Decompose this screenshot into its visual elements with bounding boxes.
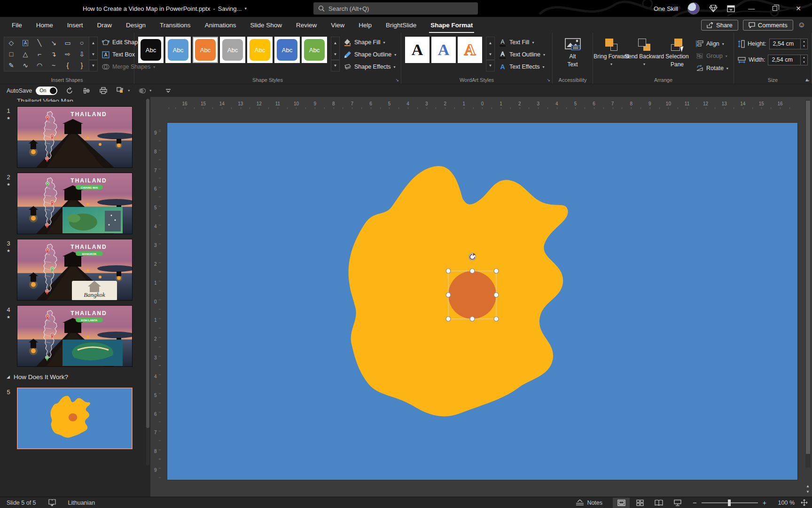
shape-fill-button[interactable]: Shape Fill▾ — [344, 37, 396, 48]
shape-effects-button[interactable]: Shape Effects▾ — [344, 62, 396, 72]
slide-thumbnail-2[interactable]: THAILAND CHIANG MAI — [17, 173, 133, 234]
shape-tool-9[interactable]: ↴ — [47, 48, 61, 60]
tab-view[interactable]: View — [324, 17, 351, 33]
shape-tool-4[interactable]: ▭ — [61, 37, 75, 48]
repeat-icon[interactable] — [65, 86, 74, 95]
ribbon-display-options-icon[interactable] — [727, 5, 735, 12]
shape-tool-17[interactable]: } — [75, 60, 89, 71]
slide-editing-surface[interactable] — [167, 123, 797, 480]
shape-style-tile-3[interactable]: Abc — [220, 37, 245, 63]
animation-star-icon[interactable]: ★ — [7, 248, 10, 253]
tab-insert[interactable]: Insert — [60, 17, 90, 33]
slide-thumbnail-4[interactable]: THAILAND KOH LANTA — [17, 305, 133, 367]
canvas-scrollbar[interactable] — [805, 100, 811, 468]
tab-slide-show[interactable]: Slide Show — [243, 17, 289, 33]
wordart-dialog-launcher[interactable]: ↘ — [547, 78, 550, 82]
theme-colors-dropdown-icon[interactable]: ▾ — [128, 88, 130, 93]
minimize-button[interactable]: — — [744, 1, 758, 16]
slideshow-view-button[interactable] — [669, 498, 686, 508]
rotate-button[interactable]: Rotate▾ — [695, 63, 728, 73]
shape-style-tile-1[interactable]: Abc — [165, 37, 191, 63]
tab-home[interactable]: Home — [29, 17, 60, 33]
section-title-how-does-it-work[interactable]: ◢How Does It Work? — [0, 371, 150, 383]
shape-tool-3[interactable]: ↘ — [47, 37, 61, 48]
animation-star-icon[interactable]: ★ — [7, 182, 10, 187]
height-spin-down-icon[interactable]: ▼ — [801, 44, 807, 49]
collapse-ribbon-icon[interactable]: ▲ — [804, 77, 809, 82]
wordart-scroll-down-icon[interactable]: ▼ — [486, 48, 494, 60]
distribute-icon[interactable] — [82, 86, 91, 95]
shape-style-tile-0[interactable]: Abc — [138, 37, 164, 63]
tab-animations[interactable]: Animations — [198, 17, 243, 33]
styles-scroll-up-icon[interactable]: ▲ — [331, 37, 339, 48]
tab-shape-format[interactable]: Shape Format — [423, 17, 480, 33]
slide-sorter-view-button[interactable] — [632, 498, 648, 508]
share-button[interactable]: Share — [701, 20, 738, 31]
zoom-out-button[interactable]: − — [693, 499, 697, 507]
zoom-level[interactable]: 100 % — [773, 500, 795, 506]
shape-tool-13[interactable]: ∿ — [18, 60, 32, 71]
wordart-gallery-more-icon[interactable]: ▼ — [486, 60, 494, 71]
shape-style-tile-4[interactable]: Abc — [247, 37, 273, 63]
shape-tool-16[interactable]: { — [61, 60, 75, 71]
width-input[interactable]: 2,54 cm ▲ ▼ — [768, 55, 808, 65]
shape-tool-11[interactable]: ⇩ — [75, 48, 89, 60]
autosave-toggle[interactable]: On — [36, 87, 57, 95]
save-status-dropdown-icon[interactable]: ▾ — [244, 6, 247, 11]
merge-shapes-qat-dropdown-icon[interactable]: ▾ — [149, 88, 151, 93]
shapes-gallery-more-icon[interactable]: ▼ — [89, 60, 97, 71]
send-backward-button[interactable]: Send Backward▾ — [630, 36, 659, 75]
shape-style-tile-2[interactable]: Abc — [193, 37, 218, 63]
wordart-style-tile-1[interactable]: A — [431, 37, 456, 63]
shape-tool-2[interactable]: ╲ — [32, 37, 47, 48]
text-outline-button[interactable]: A Text Outline▾ — [499, 49, 545, 60]
group-button[interactable]: Group▾ — [695, 51, 728, 61]
styles-scroll-down-icon[interactable]: ▼ — [331, 48, 339, 60]
next-slide-button[interactable]: ▼ — [806, 490, 810, 494]
theme-colors-icon[interactable] — [116, 86, 125, 95]
shape-tool-5[interactable]: ○ — [75, 37, 89, 48]
customize-qat-icon[interactable] — [164, 86, 173, 95]
zoom-in-button[interactable]: + — [763, 499, 766, 507]
shape-outline-button[interactable]: Shape Outline▾ — [344, 49, 396, 60]
shape-tool-1[interactable]: A — [18, 37, 32, 48]
width-spin-up-icon[interactable]: ▲ — [801, 55, 807, 60]
bring-forward-button[interactable]: Bring Forward▾ — [597, 36, 626, 75]
shape-tool-15[interactable]: ~ — [47, 60, 61, 71]
panel-scrollbar[interactable] — [146, 99, 149, 466]
section-title-thailand[interactable]: Thailand Video Map — [0, 97, 150, 102]
spell-check-icon[interactable] — [48, 499, 56, 506]
normal-view-button[interactable] — [613, 498, 630, 508]
shapes-scroll-down-icon[interactable]: ▼ — [89, 48, 97, 60]
wordart-style-tile-0[interactable]: A — [405, 37, 429, 63]
wordart-scroll-up-icon[interactable]: ▲ — [486, 37, 494, 48]
comments-button[interactable]: Comments — [743, 20, 793, 31]
height-spin-up-icon[interactable]: ▲ — [801, 39, 807, 44]
animation-star-icon[interactable]: ★ — [7, 315, 10, 319]
shape-tool-14[interactable]: ◠ — [32, 60, 47, 71]
shape-style-tile-5[interactable]: Abc — [274, 37, 300, 63]
shape-tool-7[interactable]: △ — [18, 48, 32, 60]
tab-brightslide[interactable]: BrightSlide — [379, 17, 423, 33]
user-avatar[interactable] — [687, 2, 700, 15]
slide-thumbnail-3[interactable]: Bangkok THAILAND BANGKOK — [17, 239, 133, 301]
wordart-style-tile-2[interactable]: A — [458, 37, 482, 63]
section-collapse-icon[interactable]: ◢ — [7, 374, 10, 379]
tab-file[interactable]: File — [5, 17, 29, 33]
slide-indicator[interactable]: Slide 5 of 5 — [7, 500, 36, 506]
language-indicator[interactable]: Lithuanian — [68, 500, 95, 506]
close-button[interactable]: ✕ — [791, 1, 805, 16]
search-input[interactable] — [328, 5, 460, 12]
shapes-scroll-up-icon[interactable]: ▲ — [89, 37, 97, 48]
tab-review[interactable]: Review — [289, 17, 324, 33]
tab-design[interactable]: Design — [119, 17, 153, 33]
fit-to-window-icon[interactable] — [800, 499, 808, 506]
print-icon[interactable] — [99, 86, 108, 95]
zoom-slider[interactable] — [702, 502, 758, 503]
animation-star-icon[interactable]: ★ — [7, 116, 10, 120]
user-name[interactable]: One Skill — [654, 5, 678, 12]
restore-button[interactable] — [768, 1, 782, 16]
previous-slide-button[interactable]: ▲ — [806, 484, 810, 488]
styles-gallery-more-icon[interactable]: ▼ — [331, 60, 339, 71]
alt-text-button[interactable]: Alt Text — [558, 36, 587, 75]
